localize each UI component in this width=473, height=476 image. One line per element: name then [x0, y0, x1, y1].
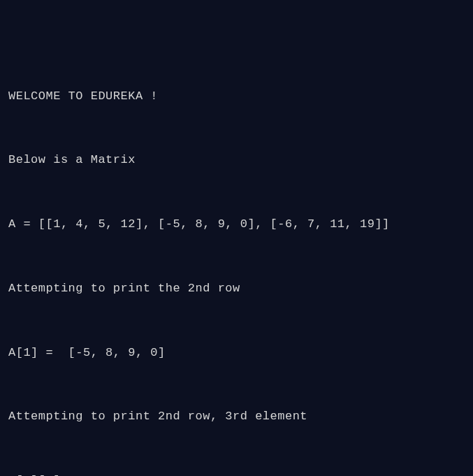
output-line: A[1][2] = 9	[8, 473, 465, 476]
output-line	[8, 185, 465, 201]
output-line	[8, 313, 465, 329]
output-line: A = [[1, 4, 5, 12], [-5, 8, 9, 0], [-6, …	[8, 217, 465, 233]
output-line	[8, 441, 465, 457]
output-line: Attempting to print the 2nd row	[8, 281, 465, 297]
output-line: WELCOME TO EDUREKA !	[8, 89, 465, 105]
terminal-output: WELCOME TO EDUREKA ! Below is a Matrix A…	[8, 73, 465, 476]
output-line: Attempting to print 2nd row, 3rd element	[8, 409, 465, 425]
output-line	[8, 377, 465, 394]
output-line: A[1] = [-5, 8, 9, 0]	[8, 345, 465, 361]
output-line: Below is a Matrix	[8, 152, 465, 168]
output-line	[8, 121, 465, 137]
output-line	[8, 249, 465, 265]
